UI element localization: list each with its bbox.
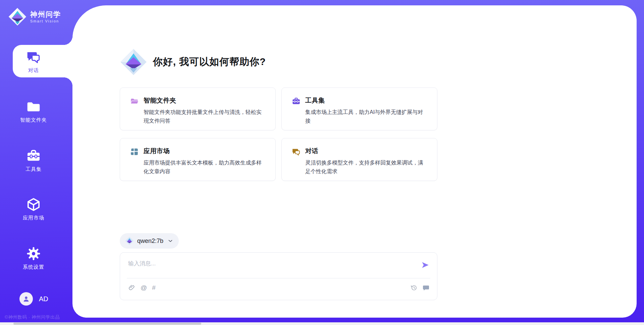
sidebar-item-settings[interactable]: 系统设置 [0,246,67,270]
sidebar-item-chat[interactable]: 对话 [0,50,67,74]
folder-open-icon [130,97,139,106]
model-name: qwen2:7b [137,238,163,245]
card-title: 智能文件夹 [144,96,266,105]
composer-divider [127,278,430,278]
card-app-market[interactable]: 应用市场 应用市场提供丰富长文本模板，助力高效生成多样化文章内容 [120,138,276,181]
brand-logo-block: 神州问学 Smart Vision [8,7,61,26]
chat-icon [26,50,41,64]
card-description: 应用市场提供丰富长文本模板，助力高效生成多样化文章内容 [144,158,266,176]
user-initials: AD [39,295,48,303]
send-icon[interactable] [421,261,430,269]
feature-cards: 智能文件夹 智能文件夹功能支持批量文件上传与清洗，轻松实现文件问答 工具集 集成… [120,87,437,181]
card-chat[interactable]: 对话 灵活切换多模型文件，支持多样回复效果调试，满足个性化需求 [281,138,437,181]
card-description: 灵活切换多模型文件，支持多样回复效果调试，满足个性化需求 [305,158,428,176]
brand-name: 神州问学 [30,10,61,18]
card-toolset[interactable]: 工具集 集成市场上主流工具，助力AI与外界无缝扩展与对接 [281,87,437,130]
sidebar-item-toolset[interactable]: 工具集 [0,148,67,173]
cube-icon [26,197,41,212]
paperclip-icon[interactable] [128,284,136,291]
chevron-down-icon [167,238,173,244]
welcome-hero: 你好, 我可以如何帮助你? [120,48,266,76]
history-icon[interactable] [410,284,418,291]
app-grid-icon [130,147,139,156]
avatar [19,292,33,306]
scrollbar-thumb[interactable] [13,323,201,325]
model-selector[interactable]: qwen2:7b [120,233,179,249]
user-account[interactable]: AD [19,292,48,306]
chat-icon [292,147,301,156]
assistant-diamond-logo-icon [120,48,147,76]
message-icon[interactable] [422,284,430,291]
message-composer: @ # [120,252,437,300]
sidebar-item-label: 系统设置 [0,264,67,270]
composer-tools-right [410,284,430,291]
horizontal-scrollbar[interactable] [0,322,644,325]
brand-diamond-logo-icon [8,7,27,26]
card-title: 对话 [305,147,428,155]
sidebar-item-label: 智能文件夹 [0,117,67,123]
card-description: 智能文件夹功能支持批量文件上传与清洗，轻松实现文件问答 [144,108,266,125]
sidebar-item-label: 工具集 [0,166,67,173]
card-smart-folder[interactable]: 智能文件夹 智能文件夹功能支持批量文件上传与清洗，轻松实现文件问答 [120,87,276,130]
sidebar-item-app-market[interactable]: 应用市场 [0,197,67,221]
gear-icon [26,246,41,261]
brand-text: 神州问学 Smart Vision [30,10,61,23]
sidebar: 神州问学 Smart Vision 对话 智能文件夹 工具集 [0,0,72,325]
toolbox-icon [26,148,41,163]
person-icon [22,295,31,303]
folder-icon [26,99,41,114]
card-description: 集成市场上主流工具，助力AI与外界无缝扩展与对接 [305,108,428,125]
card-title: 工具集 [305,96,428,105]
hashtag-icon[interactable]: # [152,284,156,291]
sidebar-item-label: 应用市场 [0,215,67,221]
mention-icon[interactable]: @ [141,284,147,291]
sidebar-item-label: 对话 [0,67,67,74]
model-diamond-logo-icon [125,237,134,245]
message-input[interactable] [128,259,410,269]
copyright-footer: ©神州数码 · 神州问学出品 [5,314,60,320]
sidebar-item-smart-folder[interactable]: 智能文件夹 [0,99,67,123]
toolbox-icon [292,97,301,106]
brand-subtitle: Smart Vision [30,19,61,23]
card-title: 应用市场 [144,147,266,155]
greeting-title: 你好, 我可以如何帮助你? [153,55,266,69]
composer-tools-left: @ # [128,284,156,291]
